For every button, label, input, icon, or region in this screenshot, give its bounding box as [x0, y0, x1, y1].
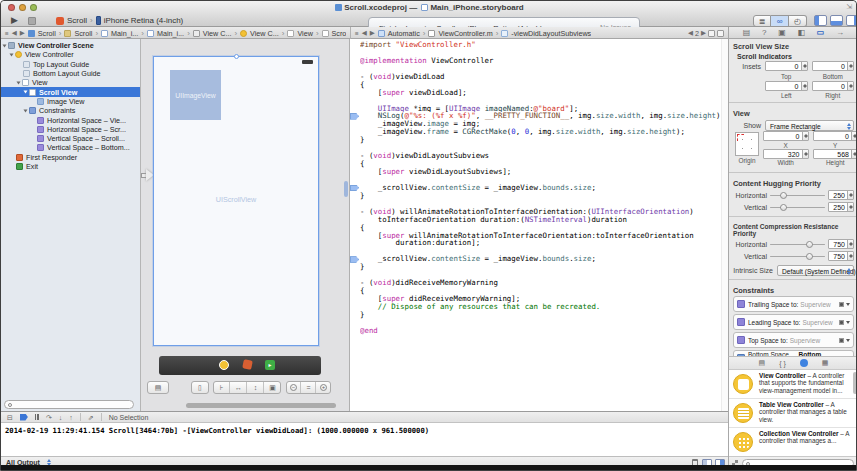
zoom-in-icon[interactable]: +: [317, 382, 330, 393]
hide-debug-area-icon[interactable]: ⊟: [7, 414, 13, 421]
assistant-editor-button[interactable]: ∞: [771, 15, 789, 27]
resolve-issues-button[interactable]: ▣: [265, 382, 280, 393]
breakpoints-toggle-icon[interactable]: [20, 414, 28, 421]
value-field[interactable]: 320: [763, 149, 809, 159]
value-field[interactable]: 0: [763, 131, 809, 141]
show-dropdown[interactable]: Frame Rectangle: [765, 120, 854, 131]
outline-row[interactable]: View: [1, 78, 140, 87]
jump-bar-item[interactable]: View: [297, 29, 312, 38]
previous-counterpart-icon[interactable]: ◀: [688, 29, 693, 37]
exit-icon[interactable]: ▸: [265, 360, 275, 370]
version-editor-button[interactable]: ◴: [789, 15, 807, 27]
outline-row[interactable]: Vertical Space – Scroll...: [1, 134, 140, 143]
value-field[interactable]: 250: [828, 202, 854, 212]
constraint-gear-menu[interactable]: [838, 301, 853, 308]
constraint-row[interactable]: Trailing Space to:Superview: [733, 296, 854, 312]
outline-row[interactable]: First Responder: [1, 153, 140, 162]
image-view[interactable]: UIImageView: [170, 70, 221, 120]
priority-slider[interactable]: [770, 203, 825, 211]
jump-bar-item[interactable]: ViewController.m: [438, 29, 492, 38]
resize-handle[interactable]: [234, 54, 239, 59]
stepper-icon[interactable]: [847, 203, 853, 211]
related-items-icon[interactable]: ≡: [5, 30, 9, 37]
scheme-name[interactable]: Scroll: [67, 16, 87, 25]
object-library-icon[interactable]: [800, 359, 808, 367]
disclosure-triangle-icon[interactable]: [24, 91, 28, 94]
value-field[interactable]: 0: [812, 81, 855, 91]
identity-inspector-icon[interactable]: ▣: [778, 28, 786, 37]
value-field[interactable]: 750: [828, 251, 854, 261]
value-field[interactable]: 0: [765, 61, 808, 71]
jump-bar-item[interactable]: Main_i...: [157, 29, 184, 38]
step-into-icon[interactable]: ↓: [59, 414, 63, 421]
outline-filter-field[interactable]: [4, 400, 134, 409]
outline-row[interactable]: View Controller: [1, 50, 140, 59]
origin-selector[interactable]: [735, 132, 759, 156]
constraint-gear-menu[interactable]: [838, 337, 853, 344]
stepper-icon[interactable]: [851, 132, 857, 140]
media-library-icon[interactable]: ▦: [822, 359, 829, 367]
step-out-icon[interactable]: ↑: [69, 414, 73, 421]
stepper-icon[interactable]: [847, 252, 853, 260]
size-inspector-icon[interactable]: ▭: [817, 28, 825, 37]
value-field[interactable]: 0: [765, 81, 808, 91]
back-icon[interactable]: ◀: [12, 29, 17, 37]
toggle-outline-button[interactable]: ▤: [147, 381, 169, 394]
value-field[interactable]: 0: [813, 131, 857, 141]
outline-row[interactable]: View Controller Scene: [1, 41, 140, 50]
outline-row[interactable]: Horizontal Space – Vie...: [1, 115, 140, 124]
jump-bar-item[interactable]: Scroll View: [332, 29, 346, 38]
stepper-icon[interactable]: [847, 62, 853, 70]
file-template-library-icon[interactable]: ▤: [759, 359, 766, 367]
stepper-icon[interactable]: [847, 191, 853, 199]
jump-bar-item[interactable]: Main_i...: [111, 29, 138, 38]
stepper-icon[interactable]: [801, 82, 807, 90]
constraint-row[interactable]: Top Space to:Superview: [733, 332, 854, 348]
outline-row[interactable]: Vertical Space – Bottom...: [1, 143, 140, 152]
scheme-device[interactable]: iPhone Retina (4-inch): [104, 16, 184, 25]
zoom-reset-button[interactable]: =: [302, 382, 316, 393]
quick-help-inspector-icon[interactable]: ?: [762, 28, 766, 37]
jump-bar-item[interactable]: -viewDidLayoutSubviews: [511, 29, 591, 38]
jump-bar-item[interactable]: View C...: [203, 29, 232, 38]
value-field[interactable]: 750: [828, 239, 854, 249]
canvas-horizontal-scrollbar[interactable]: [186, 403, 336, 408]
forward-icon[interactable]: ▶: [370, 29, 375, 37]
scheme-selector[interactable]: Scroll › iPhone Retina (4-inch): [56, 14, 183, 27]
add-assistant-editor-icon[interactable]: [708, 30, 715, 37]
stepper-icon[interactable]: [802, 150, 808, 158]
outline-row[interactable]: Horizontal Space – Scr...: [1, 125, 140, 134]
source-editor[interactable]: #import "ViewController.h" @implementati…: [350, 39, 728, 411]
value-field[interactable]: 0: [812, 61, 855, 71]
view-controller-view[interactable]: UIImageView UIScrollView: [153, 56, 319, 346]
pin-button[interactable]: ↔: [231, 382, 247, 393]
outline-row[interactable]: Bottom Layout Guide: [1, 69, 140, 78]
stepper-icon[interactable]: [847, 82, 853, 90]
stepper-icon[interactable]: [801, 62, 807, 70]
library-item[interactable]: Collection View Controller – A controlle…: [729, 428, 857, 456]
debug-location-icon[interactable]: ⇗: [88, 414, 94, 421]
slider-thumb-icon[interactable]: [806, 253, 813, 260]
attributes-inspector-icon[interactable]: ◧: [798, 28, 806, 37]
zoom-out-icon[interactable]: −: [287, 382, 301, 393]
standard-editor-button[interactable]: ≣: [753, 15, 771, 27]
jump-bar-item[interactable]: Automatic: [388, 29, 420, 38]
outline-row[interactable]: Scroll View: [1, 87, 140, 96]
code-snippet-library-icon[interactable]: { }: [779, 360, 786, 367]
library-item[interactable]: View Controller – A controller that supp…: [729, 370, 857, 399]
jump-bar-item[interactable]: Scroll: [74, 29, 92, 38]
slider-thumb-icon[interactable]: [780, 192, 787, 199]
console-output[interactable]: 2014-02-19 11:29:41.154 Scroll[3464:70b]…: [1, 423, 728, 456]
editor-scrollbar[interactable]: [721, 39, 728, 411]
constraint-row[interactable]: Leading Space to:Superview: [733, 314, 854, 330]
toggle-debug-area-button[interactable]: [830, 15, 843, 26]
stepper-icon[interactable]: [802, 132, 808, 140]
disclosure-triangle-icon[interactable]: [24, 109, 28, 112]
related-items-icon[interactable]: ≡: [355, 30, 359, 37]
slider-thumb-icon[interactable]: [806, 241, 813, 248]
stop-button[interactable]: [28, 17, 36, 25]
breakpoint-marker[interactable]: [350, 113, 359, 120]
priority-slider[interactable]: [770, 191, 825, 199]
connections-inspector-icon[interactable]: →: [836, 28, 844, 37]
step-over-icon[interactable]: ↷: [46, 414, 52, 421]
